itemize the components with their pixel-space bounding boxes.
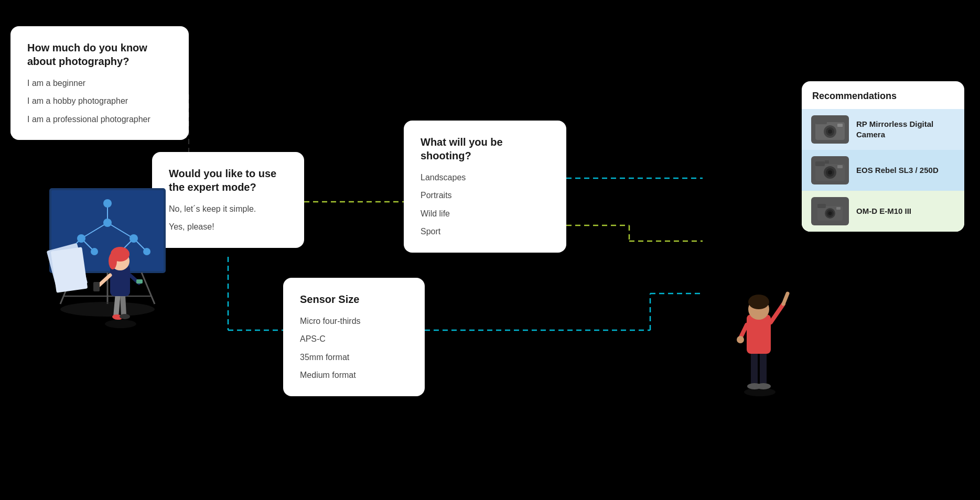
svg-point-16: [828, 129, 832, 134]
svg-point-75: [748, 295, 769, 309]
svg-line-49: [142, 273, 155, 304]
svg-point-68: [744, 388, 776, 396]
recommendation-item-1[interactable]: RP Mirrorless Digital Camera: [802, 109, 964, 150]
svg-point-29: [828, 212, 832, 215]
question-1-card: How much do you know about photography? …: [10, 26, 189, 140]
question-1-title: How much do you know about photography?: [27, 41, 172, 68]
q3-option-2[interactable]: Portraits: [421, 190, 550, 201]
svg-rect-13: [815, 120, 827, 124]
sensor-option-4[interactable]: Medium format: [300, 369, 408, 381]
recommendation-label-1: RP Mirrorless Digital Camera: [856, 119, 955, 140]
q1-option-1[interactable]: I am a beginner: [27, 78, 172, 89]
svg-point-72: [756, 383, 771, 389]
svg-point-63: [109, 253, 117, 269]
camera-icon-2: [811, 156, 849, 184]
question-3-card: What will you be shooting? Landscapes Po…: [404, 121, 566, 253]
svg-rect-30: [836, 207, 841, 210]
recommendation-item-3[interactable]: OM-D E-M10 III: [802, 191, 964, 232]
svg-line-77: [783, 294, 788, 304]
svg-line-76: [771, 304, 783, 322]
svg-point-59: [120, 314, 130, 319]
sensor-option-1[interactable]: Micro four-thirds: [300, 316, 408, 327]
svg-point-23: [828, 170, 832, 175]
svg-point-40: [103, 199, 112, 208]
recommendations-panel: Recommendations RP Mirrorless Digital Ca…: [802, 81, 964, 232]
svg-rect-20: [825, 160, 829, 164]
svg-point-45: [91, 248, 98, 255]
recommendations-title: Recommendations: [802, 81, 964, 109]
svg-rect-65: [93, 282, 100, 291]
svg-point-43: [130, 234, 138, 243]
svg-rect-24: [837, 165, 843, 168]
recommendation-label-2: EOS Rebel SL3 / 250D: [856, 165, 939, 176]
whiteboard-illustration: [21, 183, 189, 332]
svg-rect-73: [747, 314, 771, 354]
svg-rect-67: [136, 279, 143, 284]
person-right-illustration: [731, 252, 794, 400]
sensor-title: Sensor Size: [300, 292, 408, 306]
svg-rect-54: [51, 247, 88, 293]
svg-point-42: [77, 234, 85, 243]
svg-rect-70: [760, 351, 767, 385]
camera-icon-3: [811, 197, 849, 225]
q3-option-1[interactable]: Landscapes: [421, 172, 550, 183]
recommendation-item-2[interactable]: EOS Rebel SL3 / 250D: [802, 150, 964, 191]
sensor-option-3[interactable]: 35mm format: [300, 352, 408, 363]
recommendation-label-3: OM-D E-M10 III: [856, 206, 911, 216]
question-3-title: What will you be shooting?: [421, 135, 550, 162]
svg-point-47: [143, 248, 150, 255]
q3-option-3[interactable]: Wild life: [421, 208, 550, 220]
sensor-size-card: Sensor Size Micro four-thirds APS-C 35mm…: [283, 278, 425, 396]
svg-point-41: [103, 219, 112, 227]
q1-option-3[interactable]: I am a professional photographer: [27, 114, 172, 125]
svg-rect-26: [817, 204, 826, 208]
svg-rect-19: [815, 161, 825, 166]
svg-rect-17: [837, 124, 843, 127]
q3-option-4[interactable]: Sport: [421, 226, 550, 237]
camera-icon-1: [811, 115, 849, 144]
svg-rect-69: [751, 351, 758, 385]
svg-line-64: [99, 275, 110, 286]
svg-point-52: [60, 302, 155, 317]
svg-point-55: [105, 320, 136, 328]
sensor-option-2[interactable]: APS-C: [300, 333, 408, 345]
svg-point-79: [737, 336, 744, 343]
q1-option-2[interactable]: I am a hobby photographer: [27, 95, 172, 107]
